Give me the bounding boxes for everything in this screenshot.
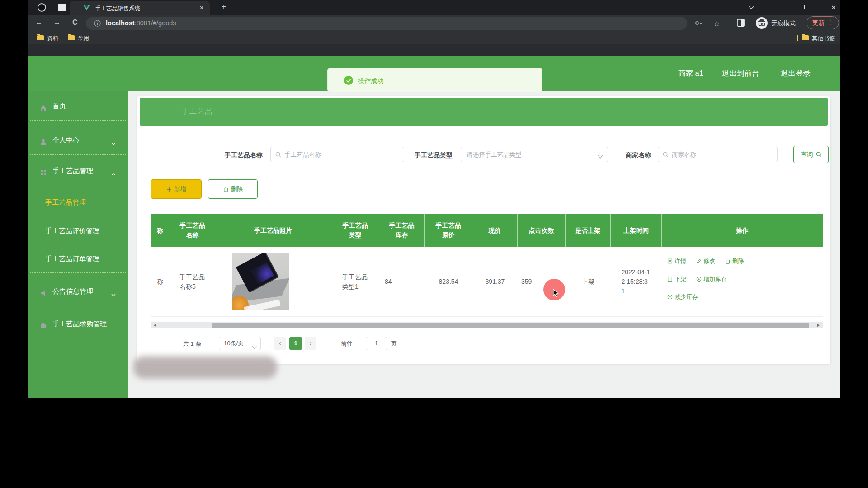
bookmarks-bar: 资料 常用 其他书签 bbox=[28, 32, 840, 44]
cell-original-price: 823.54 bbox=[425, 247, 472, 316]
browser-window: 手工艺品销售系统 ✕ + — ✕ ← → C localhost:8081/#/… bbox=[28, 0, 840, 398]
address-bar: ← → C localhost:8081/#/goods ☆ 无痕模式 更新⋮ bbox=[28, 15, 840, 32]
divider bbox=[30, 154, 126, 155]
forward-icon[interactable]: → bbox=[53, 19, 61, 27]
goods-table: 称 手工艺品名称 手工艺品照片 手工艺品类型 手工艺品库存 手工艺品原价 现价 … bbox=[151, 214, 823, 317]
divider bbox=[30, 339, 126, 339]
goods-type-select[interactable]: 请选择手工艺品类型 bbox=[461, 147, 608, 162]
chevron-down-icon bbox=[111, 289, 116, 294]
sidebar-item-purchase-management[interactable]: 手工艺品求购管理 bbox=[28, 317, 128, 331]
column-header-status: 是否上架 bbox=[566, 214, 611, 247]
merchant-name-input[interactable]: 商家名称 bbox=[658, 147, 778, 162]
check-circle-icon bbox=[344, 76, 353, 85]
divider bbox=[30, 272, 126, 273]
sidebar-subitem-review-management[interactable]: 手工艺品评价管理 bbox=[28, 224, 128, 238]
success-toast: 操作成功 bbox=[327, 68, 542, 92]
tab-close-icon[interactable]: ✕ bbox=[199, 4, 204, 11]
folder-icon bbox=[68, 35, 75, 40]
edit-button[interactable]: 修改 bbox=[696, 257, 715, 268]
chevron-down-icon bbox=[598, 153, 603, 157]
home-icon bbox=[40, 103, 47, 110]
detail-button[interactable]: 详情 bbox=[667, 257, 686, 268]
sidebar: 首页 个人中心 手工艺品管理 手工艺品管理 手工艺品评价管理 手工艺品订单管理 bbox=[28, 91, 128, 398]
scrollbar-thumb[interactable] bbox=[212, 323, 809, 328]
cell-shelf-time: 2022-04-12 15:28:31 bbox=[611, 247, 662, 316]
window-restore-button[interactable] bbox=[797, 2, 816, 13]
blurred-watermark bbox=[133, 356, 277, 379]
sidebar-subitem-goods-management[interactable]: 手工艺品管理 bbox=[28, 196, 128, 209]
scroll-right-icon[interactable] bbox=[817, 324, 820, 327]
column-header-original-price: 手工艺品原价 bbox=[425, 214, 472, 247]
bookmark-folder-1[interactable]: 资料 bbox=[47, 35, 58, 42]
site-info-icon[interactable] bbox=[94, 20, 101, 28]
omnibox[interactable]: localhost:8081/#/goods bbox=[86, 17, 687, 30]
cell-status: 上架 bbox=[566, 247, 611, 316]
search-icon bbox=[662, 151, 669, 158]
total-count: 共 1 条 bbox=[183, 340, 201, 348]
pinned-tab-icon[interactable] bbox=[58, 4, 66, 11]
goods-photo[interactable] bbox=[232, 253, 289, 310]
other-bookmarks[interactable]: 其他书签 bbox=[812, 35, 835, 42]
bookmark-star-icon[interactable]: ☆ bbox=[713, 19, 722, 28]
cell-actions: 详情 修改 删除 下架 增加库存 减少库存 bbox=[662, 247, 823, 316]
logout-link[interactable]: 退出登录 bbox=[781, 69, 811, 79]
goods-name-input[interactable]: 手工艺品名称 bbox=[270, 147, 404, 162]
table-row[interactable]: 称 手工艺品名称5 手工艺品类型1 84 823.54 391.37 bbox=[151, 247, 823, 317]
new-tab-button[interactable]: + bbox=[222, 2, 226, 11]
column-header-clicks: 点击次数 bbox=[518, 214, 566, 247]
bookmark-folder-2[interactable]: 常用 bbox=[78, 35, 89, 42]
panel-title: 手工艺品 bbox=[182, 107, 212, 117]
back-icon[interactable]: ← bbox=[35, 19, 42, 27]
cell-partial: 称 bbox=[151, 247, 170, 316]
search-icon bbox=[275, 151, 282, 158]
sidebar-item-personal-center[interactable]: 个人中心 bbox=[28, 133, 128, 147]
row-delete-button[interactable]: 删除 bbox=[725, 257, 744, 268]
cell-photo bbox=[215, 247, 331, 316]
cursor-highlight bbox=[543, 279, 565, 300]
reduce-stock-button[interactable]: 减少库存 bbox=[667, 292, 698, 304]
delete-button[interactable]: 删除 bbox=[208, 179, 258, 199]
add-button[interactable]: 新增 bbox=[151, 179, 202, 199]
goods-type-placeholder: 请选择手工艺品类型 bbox=[467, 151, 522, 159]
sidebar-item-home[interactable]: 首页 bbox=[28, 99, 128, 113]
bag-icon bbox=[40, 320, 47, 328]
update-button[interactable]: 更新⋮ bbox=[807, 16, 839, 29]
folder-icon bbox=[802, 35, 809, 40]
goods-type-label: 手工艺品类型 bbox=[404, 151, 453, 160]
scroll-left-icon[interactable] bbox=[154, 324, 156, 327]
goto-page-input[interactable]: 1 bbox=[366, 337, 387, 350]
reload-icon[interactable]: C bbox=[72, 19, 78, 27]
password-key-icon[interactable] bbox=[694, 19, 703, 28]
horizontal-scrollbar[interactable] bbox=[151, 322, 823, 328]
current-page-button[interactable]: 1 bbox=[289, 337, 302, 350]
divider bbox=[30, 120, 126, 121]
side-panel-icon[interactable] bbox=[737, 19, 746, 28]
sidebar-subitem-order-management[interactable]: 手工艺品订单管理 bbox=[28, 252, 128, 266]
goods-name-placeholder: 手工艺品名称 bbox=[284, 151, 321, 159]
browser-tab[interactable]: 手工艺品销售系统 ✕ bbox=[70, 1, 210, 15]
search-button[interactable]: 查询 bbox=[793, 146, 829, 163]
window-minimize-button[interactable]: — bbox=[770, 2, 788, 13]
merchant-name: 商家 a1 bbox=[678, 69, 703, 79]
next-page-button[interactable]: › bbox=[305, 337, 316, 350]
incognito-label: 无痕模式 bbox=[771, 19, 796, 28]
user-icon bbox=[40, 136, 47, 144]
cell-price: 391.37 bbox=[472, 247, 518, 316]
goto-label: 前往 bbox=[341, 340, 353, 348]
toast-message: 操作成功 bbox=[358, 77, 384, 85]
prev-page-button[interactable]: ‹ bbox=[274, 337, 286, 350]
sidebar-item-notice-management[interactable]: 公告信息管理 bbox=[28, 285, 128, 298]
sidebar-item-goods-management[interactable]: 手工艺品管理 bbox=[28, 164, 128, 178]
off-shelf-button[interactable]: 下架 bbox=[667, 275, 686, 286]
merchant-name-placeholder: 商家名称 bbox=[672, 151, 696, 159]
mouse-cursor-icon bbox=[553, 289, 561, 298]
column-header-stock: 手工艺品库存 bbox=[379, 214, 425, 247]
divider bbox=[30, 307, 126, 307]
main-panel: 手工艺品 手工艺品名称 手工艺品名称 手工艺品类型 请选择手工艺品类型 商家名称… bbox=[137, 96, 830, 364]
page-size-select[interactable]: 10条/页 bbox=[219, 337, 261, 350]
add-stock-button[interactable]: 增加库存 bbox=[696, 275, 727, 286]
exit-to-front-link[interactable]: 退出到前台 bbox=[722, 69, 760, 79]
divider bbox=[797, 35, 798, 41]
window-expand-icon[interactable] bbox=[742, 2, 760, 13]
window-close-button[interactable]: ✕ bbox=[825, 2, 840, 13]
